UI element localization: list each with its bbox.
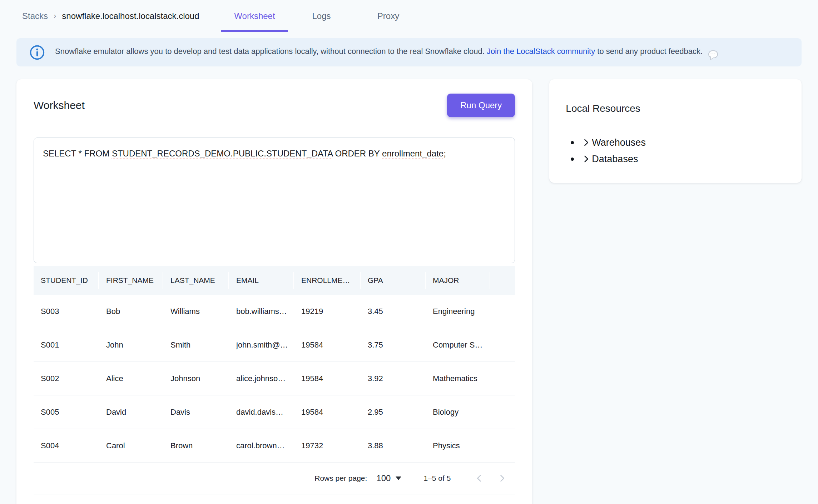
table-row[interactable]: S002AliceJohnsonalice.johnso…195843.92Ma… [34, 362, 515, 395]
rows-per-page-value: 100 [376, 473, 391, 483]
table-cell: 19732 [294, 441, 361, 450]
top-bar: Stacks › snowflake.localhost.localstack.… [0, 0, 818, 32]
banner-message: Snowflake emulator allows you to develop… [55, 47, 485, 56]
table-cell: David [99, 408, 163, 417]
table-cell: Bob [99, 307, 163, 316]
table-cell: david.davis… [229, 408, 294, 417]
tab-logs[interactable]: Logs [288, 0, 355, 32]
sql-segment: ; [443, 149, 446, 158]
table-cell: S001 [34, 340, 99, 350]
page-title: Worksheet [34, 99, 85, 111]
table-cell: Brown [163, 441, 229, 450]
table-cell: 3.92 [361, 374, 426, 383]
bullet-icon [571, 141, 574, 144]
table-cell: Johnson [163, 374, 229, 383]
sql-editor[interactable]: SELECT * FROM STUDENT_RECORDS_DEMO.PUBLI… [34, 138, 515, 263]
table-cell: 3.45 [361, 307, 426, 316]
breadcrumb-stacks-link[interactable]: Stacks [22, 11, 48, 21]
worksheet-header: Worksheet Run Query [34, 94, 515, 117]
rows-per-page-select[interactable]: 100 [376, 473, 401, 483]
table-cell: 3.75 [361, 340, 426, 350]
table-cell: alice.johnso… [229, 374, 294, 383]
table-cell: Alice [99, 374, 163, 383]
table-cell: John [99, 340, 163, 350]
info-icon [29, 45, 45, 60]
banner-text: Snowflake emulator allows you to develop… [55, 47, 718, 58]
content-area: Worksheet Run Query SELECT * FROM STUDEN… [0, 66, 818, 504]
chevron-right-icon [581, 154, 591, 164]
table-cell: S002 [34, 374, 99, 383]
tab-proxy[interactable]: Proxy [355, 0, 422, 32]
sql-query-text: SELECT * FROM STUDENT_RECORDS_DEMO.PUBLI… [43, 149, 506, 159]
column-header-lastname[interactable]: LAST_NAME [163, 266, 229, 295]
pagination-range-label: 1–5 of 5 [423, 474, 451, 483]
resource-label: Warehouses [592, 137, 646, 148]
breadcrumb: Stacks › snowflake.localhost.localstack.… [22, 11, 199, 21]
active-tab-underline [221, 30, 288, 32]
banner-message-suffix: to send any product feedback. [597, 47, 703, 56]
community-link[interactable]: Join the LocalStack community [487, 47, 595, 56]
table-row[interactable]: S004CarolBrowncarol.brown…197323.88Physi… [34, 429, 515, 463]
sql-segment: SELECT * FROM [43, 149, 112, 158]
table-row[interactable]: S005DavidDavisdavid.davis…195842.95Biolo… [34, 395, 515, 429]
chevron-right-icon [497, 473, 507, 483]
table-cell: Physics [426, 441, 490, 450]
caret-down-icon [396, 476, 401, 480]
table-cell: Mathematics [426, 374, 490, 383]
column-header-email[interactable]: EMAIL [229, 266, 294, 295]
rows-per-page-label: Rows per page: [314, 474, 367, 483]
local-resources-title: Local Resources [566, 103, 785, 114]
pagination-bar: Rows per page: 100 1–5 of 5 [34, 463, 515, 494]
table-cell: john.smith@… [229, 340, 294, 350]
resource-label: Databases [592, 154, 638, 165]
table-cell: Computer S… [426, 340, 490, 350]
next-page-button[interactable] [494, 470, 511, 487]
chevron-left-icon [474, 473, 484, 483]
local-resources-panel: Local Resources WarehousesDatabases [549, 79, 802, 183]
table-cell: 19584 [294, 374, 361, 383]
run-query-button[interactable]: Run Query [447, 94, 515, 117]
table-cell: Williams [163, 307, 229, 316]
table-cell: 19584 [294, 340, 361, 350]
column-header-enrollme[interactable]: ENROLLME… [294, 266, 361, 295]
sql-segment: STUDENT_RECORDS_DEMO.PUBLIC.STUDENT_DATA [112, 149, 333, 158]
table-cell: Biology [426, 408, 490, 417]
table-cell: bob.williams… [229, 307, 294, 316]
resource-item-databases[interactable]: Databases [571, 151, 785, 167]
column-header-firstname[interactable]: FIRST_NAME [99, 266, 163, 295]
previous-page-button[interactable] [471, 470, 488, 487]
header-filler-cell [490, 266, 497, 295]
results-grid: STUDENT_IDFIRST_NAMELAST_NAMEEMAILENROLL… [34, 266, 515, 494]
tab-bar: WorksheetLogsProxy [221, 0, 422, 32]
resource-item-warehouses[interactable]: Warehouses [571, 134, 785, 151]
column-header-gpa[interactable]: GPA [361, 266, 426, 295]
chevron-right-icon [581, 138, 591, 148]
sql-segment: ORDER BY [333, 149, 382, 158]
table-cell: 19219 [294, 307, 361, 316]
sql-segment: enrollment_date [382, 149, 443, 158]
table-row[interactable]: S003BobWilliamsbob.williams…192193.45Eng… [34, 295, 515, 328]
table-cell: S003 [34, 307, 99, 316]
table-cell: S004 [34, 441, 99, 450]
table-cell: Davis [163, 408, 229, 417]
table-cell: carol.brown… [229, 441, 294, 450]
table-row[interactable]: S001JohnSmithjohn.smith@…195843.75Comput… [34, 328, 515, 362]
local-resources-list: WarehousesDatabases [566, 134, 785, 167]
column-header-major[interactable]: MAJOR [426, 266, 490, 295]
table-cell: Engineering [426, 307, 490, 316]
table-cell: 3.88 [361, 441, 426, 450]
tab-worksheet[interactable]: Worksheet [221, 0, 288, 32]
results-header-row: STUDENT_IDFIRST_NAMELAST_NAMEEMAILENROLL… [34, 266, 515, 295]
worksheet-panel: Worksheet Run Query SELECT * FROM STUDEN… [16, 79, 532, 504]
info-banner: Snowflake emulator allows you to develop… [16, 38, 802, 66]
table-cell: 19584 [294, 408, 361, 417]
table-cell: S005 [34, 408, 99, 417]
table-cell: 2.95 [361, 408, 426, 417]
breadcrumb-separator-icon: › [54, 11, 56, 21]
speech-bubble-icon [708, 50, 718, 58]
table-cell: Smith [163, 340, 229, 350]
column-header-studentid[interactable]: STUDENT_ID [34, 266, 99, 295]
bullet-icon [571, 158, 574, 161]
breadcrumb-current-stack: snowflake.localhost.localstack.cloud [62, 11, 199, 21]
table-cell: Carol [99, 441, 163, 450]
